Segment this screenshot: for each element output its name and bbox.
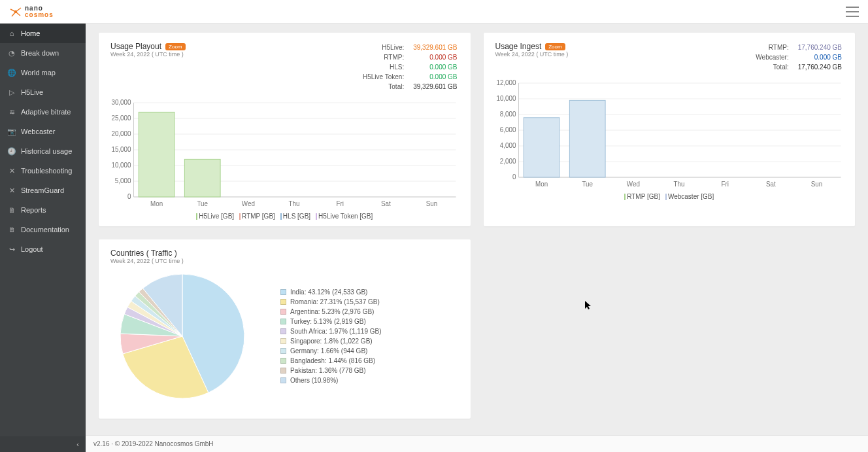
svg-text:Fri: Fri	[721, 181, 728, 188]
legend-swatch-icon	[280, 289, 286, 295]
legend-item[interactable]: H5Live [GB]	[196, 213, 234, 220]
zoom-badge[interactable]: Zoom	[165, 43, 185, 50]
sidebar-icon: ≋	[8, 108, 16, 116]
sidebar: ⌂Home◔Break down🌐World map▷H5Live≋Adapti…	[0, 24, 86, 452]
legend-label: Pakistan: 1.36% (778 GB)	[290, 367, 366, 374]
legend-label: Bangladesh: 1.44% (816 GB)	[290, 357, 375, 364]
legend-item[interactable]: H5Live Token [GB]	[316, 213, 373, 220]
pie-legend-item[interactable]: Romania: 27.31% (15,537 GB)	[280, 298, 382, 305]
sidebar-item-break-down[interactable]: ◔Break down	[0, 43, 86, 63]
sidebar-item-adaptive-bitrate[interactable]: ≋Adaptive bitrate	[0, 102, 86, 122]
pie-legend-item[interactable]: India: 43.12% (24,533 GB)	[280, 288, 382, 296]
svg-rect-50	[569, 100, 605, 177]
sidebar-item-world-map[interactable]: 🌐World map	[0, 63, 86, 82]
countries-legend: India: 43.12% (24,533 GB)Romania: 27.31%…	[280, 288, 382, 384]
sidebar-icon: ✕	[8, 186, 16, 194]
sidebar-icon: ◔	[8, 49, 16, 57]
playout-chart[interactable]: 05,00010,00015,00020,00025,00030,000MonT…	[110, 99, 459, 210]
chevron-left-icon: ‹	[76, 440, 79, 448]
sidebar-collapse[interactable]: ‹	[0, 436, 86, 452]
stat-value: 0.000 GB	[405, 63, 457, 71]
sidebar-item-logout[interactable]: ↪Logout	[0, 239, 86, 259]
svg-text:20,000: 20,000	[111, 130, 131, 137]
stat-label: RTMP:	[355, 53, 404, 61]
brand-logo[interactable]: nanocosmos	[9, 5, 54, 18]
stat-value: 17,760.240 GB	[790, 43, 842, 52]
pie-legend-item[interactable]: Germany: 1.66% (944 GB)	[280, 347, 382, 355]
pie-legend-item[interactable]: Argentina: 5.23% (2,976 GB)	[280, 308, 382, 315]
svg-text:10,000: 10,000	[111, 162, 131, 169]
svg-point-0	[14, 10, 16, 12]
pie-legend-item[interactable]: Bangladesh: 1.44% (816 GB)	[280, 357, 382, 364]
sidebar-item-historical-usage[interactable]: 🕘Historical usage	[0, 141, 86, 161]
main-content: Usage Playout Zoom Week 24, 2022 ( UTC t…	[86, 24, 868, 452]
sidebar-item-reports[interactable]: 🗎Reports	[0, 200, 86, 220]
legend-label: Romania: 27.31% (15,537 GB)	[290, 298, 380, 305]
legend-label: South Africa: 1.97% (1,119 GB)	[290, 328, 382, 335]
svg-text:Fri: Fri	[336, 200, 343, 207]
ingest-stats: RTMP:17,760.240 GBWebcaster:0.000 GBTota…	[746, 42, 843, 73]
legend-label: Others (10.98%)	[290, 377, 338, 384]
stat-value: 17,760.240 GB	[790, 63, 842, 71]
svg-text:Tue: Tue	[582, 181, 593, 188]
sidebar-item-webcaster[interactable]: 📷Webcaster	[0, 122, 86, 141]
sidebar-icon: 📷	[8, 128, 16, 135]
sidebar-item-streamguard[interactable]: ✕StreamGuard	[0, 181, 86, 200]
svg-text:Thu: Thu	[289, 200, 300, 207]
menu-toggle-icon[interactable]	[846, 7, 859, 17]
stat-value: 39,329.601 GB	[405, 82, 457, 91]
sidebar-item-label: Logout	[21, 245, 43, 253]
ingest-chart[interactable]: 02,0004,0006,0008,00010,00012,000MonTueW…	[495, 79, 844, 190]
sidebar-item-h5live[interactable]: ▷H5Live	[0, 82, 86, 102]
pie-legend-item[interactable]: Others (10.98%)	[280, 377, 382, 384]
svg-text:Sat: Sat	[381, 200, 391, 207]
svg-text:0: 0	[512, 173, 516, 181]
svg-text:Sat: Sat	[765, 181, 775, 188]
legend-item[interactable]: RTMP [GB]	[239, 213, 275, 220]
pie-legend-item[interactable]: Singapore: 1.8% (1,022 GB)	[280, 338, 382, 345]
stat-label: HLS:	[355, 63, 404, 71]
svg-text:10,000: 10,000	[496, 95, 516, 102]
svg-text:15,000: 15,000	[111, 146, 131, 153]
pie-legend-item[interactable]: Turkey: 5.13% (2,919 GB)	[280, 318, 382, 325]
svg-text:0: 0	[127, 193, 131, 200]
pie-legend-item[interactable]: Pakistan: 1.36% (778 GB)	[280, 367, 382, 374]
legend-item[interactable]: Webcaster [GB]	[665, 193, 714, 200]
svg-text:8,000: 8,000	[499, 111, 516, 118]
legend-item[interactable]: HLS [GB]	[280, 213, 310, 220]
footer: v2.16 · © 2019-2022 Nanocosmos GmbH	[86, 435, 868, 452]
sidebar-item-troubleshooting[interactable]: ✕Troubleshooting	[0, 161, 86, 181]
svg-text:Mon: Mon	[150, 200, 163, 207]
sidebar-icon: 🕘	[8, 147, 16, 155]
svg-text:6,000: 6,000	[499, 126, 516, 133]
legend-item[interactable]: RTMP [GB]	[624, 193, 660, 200]
svg-text:4,000: 4,000	[499, 142, 516, 149]
zoom-badge[interactable]: Zoom	[545, 43, 565, 50]
legend-label: Turkey: 5.13% (2,919 GB)	[290, 318, 366, 325]
countries-pie-chart[interactable]	[110, 271, 254, 402]
card-title-ingest: Usage Ingest Zoom	[495, 42, 569, 51]
sidebar-icon: ↪	[8, 245, 16, 253]
card-title-playout: Usage Playout Zoom	[110, 42, 186, 51]
sidebar-item-label: H5Live	[21, 88, 43, 96]
sidebar-icon: 🗎	[8, 206, 16, 214]
ingest-legend: RTMP [GB]Webcaster [GB]	[495, 193, 844, 200]
pie-legend-item[interactable]: South Africa: 1.97% (1,119 GB)	[280, 328, 382, 335]
brand-text: nanocosmos	[25, 5, 54, 18]
sidebar-item-label: StreamGuard	[21, 186, 64, 194]
stat-value: 0.000 GB	[790, 53, 842, 61]
card-usage-playout: Usage Playout Zoom Week 24, 2022 ( UTC t…	[99, 33, 471, 226]
legend-swatch-icon	[280, 328, 286, 334]
legend-label: India: 43.12% (24,533 GB)	[290, 288, 367, 296]
svg-text:2,000: 2,000	[499, 158, 516, 165]
sidebar-item-label: Troubleshooting	[21, 167, 72, 175]
sidebar-item-label: Documentation	[21, 226, 69, 234]
legend-swatch-icon	[280, 338, 286, 344]
svg-text:Sun: Sun	[810, 181, 822, 188]
sidebar-item-home[interactable]: ⌂Home	[0, 24, 86, 43]
legend-swatch-icon	[280, 348, 286, 354]
card-title-countries: Countries ( Traffic )	[110, 249, 459, 258]
legend-swatch-icon	[280, 368, 286, 374]
sidebar-item-documentation[interactable]: 🗎Documentation	[0, 220, 86, 239]
stat-label: RTMP:	[748, 43, 788, 52]
